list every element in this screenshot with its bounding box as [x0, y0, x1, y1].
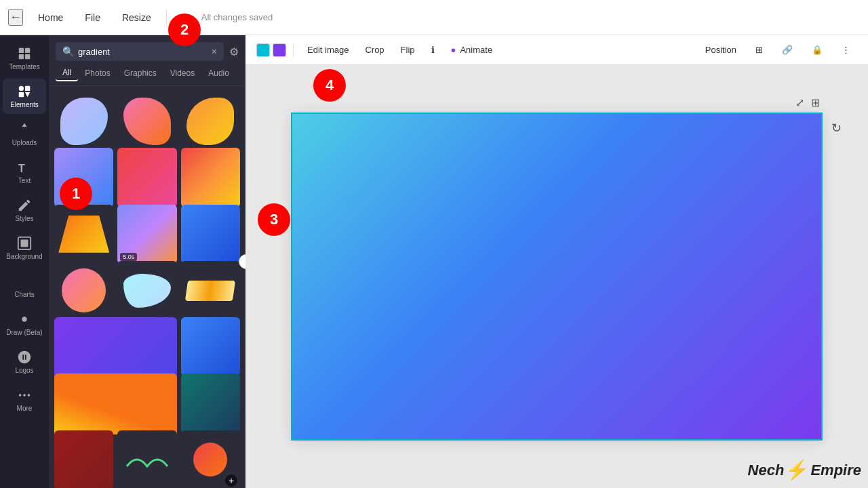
file-button[interactable]: File — [78, 8, 107, 27]
canvas-area: Edit image Crop Flip ℹ ● Animate Positio… — [245, 35, 868, 488]
tab-photos[interactable]: Photos — [78, 65, 117, 81]
sidebar-item-templates[interactable]: Templates — [3, 41, 46, 76]
crop-button[interactable]: Crop — [358, 41, 391, 58]
canvas-controls-top: ⤢ ⊞ — [794, 95, 821, 110]
canvas-scroll[interactable]: ⤢ ⊞ ↻ — [245, 65, 868, 488]
svg-marker-7 — [25, 92, 30, 97]
gradient-element[interactable] — [292, 114, 821, 439]
svg-point-4 — [19, 86, 24, 91]
edit-image-label: Edit image — [307, 45, 349, 55]
position-label: Position — [705, 45, 736, 55]
fullscreen-button[interactable]: ⤢ — [794, 95, 806, 110]
undo-button[interactable]: ↩ — [175, 6, 193, 29]
sidebar-elements-label: Elements — [10, 101, 39, 108]
duration-badge: 5.0s — [120, 253, 137, 261]
logo-lightning-icon: ⚡ — [785, 459, 809, 481]
list-item[interactable] — [117, 148, 176, 207]
svg-point-14 — [28, 394, 31, 396]
tab-graphics[interactable]: Graphics — [117, 65, 163, 81]
more-options-button[interactable]: ⋮ — [835, 41, 857, 58]
sidebar-uploads-label: Uploads — [12, 139, 37, 146]
filter-tabs: All Photos Graphics Videos Audio — [49, 65, 245, 86]
sidebar-item-charts[interactable]: Charts — [3, 268, 46, 304]
list-item[interactable] — [54, 148, 113, 207]
list-item[interactable] — [54, 430, 113, 488]
tab-videos[interactable]: Videos — [163, 65, 201, 81]
tab-audio[interactable]: Audio — [201, 65, 236, 81]
svg-text:T: T — [18, 162, 25, 174]
home-button[interactable]: Home — [31, 8, 70, 27]
list-item[interactable]: 5.0s — [117, 205, 176, 264]
info-button[interactable]: ℹ — [425, 41, 441, 58]
flip-label: Flip — [401, 45, 415, 55]
list-item[interactable] — [117, 430, 176, 488]
list-item[interactable] — [181, 317, 240, 376]
link-button[interactable]: 🔗 — [775, 41, 800, 58]
sidebar-background-label: Background — [6, 253, 42, 260]
svg-rect-5 — [25, 86, 30, 91]
sidebar-item-logos[interactable]: Logos — [3, 344, 46, 380]
animate-label: Animate — [460, 45, 492, 55]
position-button[interactable]: Position — [698, 41, 743, 58]
list-item[interactable] — [181, 148, 240, 207]
list-item[interactable] — [181, 92, 240, 150]
sidebar-item-draw[interactable]: Draw (Beta) — [3, 306, 46, 342]
sidebar-item-styles[interactable]: Styles — [3, 192, 46, 228]
elements-grid: 5.0s — [49, 86, 245, 488]
canvas-frame: ⤢ ⊞ ↻ — [292, 114, 821, 439]
logo-nech-text: Nech — [748, 462, 785, 479]
crop-label: Crop — [365, 45, 384, 55]
refresh-button[interactable]: ↻ — [831, 121, 842, 136]
sidebar-item-text[interactable]: T Text — [3, 155, 46, 190]
top-bar: ← Home File Resize ↩ All changes saved 2 — [0, 0, 868, 35]
back-button[interactable]: ← — [8, 9, 23, 26]
expand-button[interactable]: ⊞ — [810, 95, 821, 110]
clear-button[interactable]: × — [212, 46, 217, 57]
list-item[interactable]: + — [181, 430, 240, 488]
svg-rect-0 — [19, 48, 24, 53]
sidebar-item-more[interactable]: More — [3, 382, 46, 418]
divider — [166, 9, 167, 26]
sidebar-logos-label: Logos — [15, 367, 33, 374]
search-bar: 🔍 × ⚙ — [49, 35, 245, 65]
list-item[interactable] — [117, 92, 176, 150]
svg-rect-1 — [25, 48, 30, 53]
list-item[interactable] — [54, 205, 113, 264]
tab-all[interactable]: All — [56, 65, 78, 81]
svg-point-13 — [23, 394, 26, 396]
sidebar-styles-label: Styles — [15, 215, 33, 222]
sidebar-more-label: More — [17, 405, 33, 412]
edit-image-button[interactable]: Edit image — [300, 41, 355, 58]
sidebar-item-background[interactable]: Background — [3, 230, 46, 266]
color-swatch-1[interactable] — [256, 43, 270, 57]
separator — [293, 43, 294, 57]
sidebar-templates-label: Templates — [9, 63, 40, 70]
sidebar-item-uploads[interactable]: Uploads — [3, 117, 46, 152]
color-swatch-2[interactable] — [273, 43, 286, 57]
sidebar: Templates Elements Uploads T Text Styles… — [0, 35, 49, 488]
list-item[interactable] — [54, 92, 113, 150]
filter-button[interactable]: ⚙ — [229, 45, 239, 58]
svg-rect-6 — [19, 92, 24, 97]
flip-button[interactable]: Flip — [394, 41, 422, 58]
nechempire-logo: Nech ⚡ Empire — [748, 459, 861, 481]
list-item[interactable] — [117, 261, 176, 320]
toolbar-right: Position ⊞ 🔗 🔒 ⋮ — [698, 41, 857, 58]
home-label: Home — [38, 12, 63, 23]
resize-label: Resize — [122, 12, 151, 23]
svg-point-12 — [19, 394, 22, 396]
grid-button[interactable]: ⊞ — [749, 41, 770, 58]
list-item[interactable] — [181, 373, 240, 432]
lock-button[interactable]: 🔒 — [805, 41, 829, 58]
animate-button[interactable]: ● Animate — [444, 41, 500, 58]
list-item[interactable] — [54, 261, 113, 320]
search-icon: 🔍 — [62, 46, 74, 57]
sidebar-item-elements[interactable]: Elements — [3, 79, 46, 114]
resize-button[interactable]: Resize — [115, 8, 158, 27]
svg-rect-3 — [25, 54, 30, 59]
list-item[interactable] — [181, 261, 240, 320]
search-input[interactable] — [78, 47, 208, 57]
add-badge: + — [225, 474, 237, 487]
list-item[interactable] — [181, 205, 240, 264]
search-input-wrap: 🔍 × — [56, 42, 224, 61]
